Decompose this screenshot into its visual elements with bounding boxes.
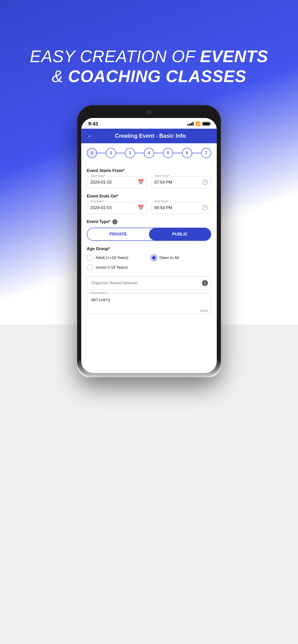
phone-frame: 9:41 📶 ← Creating Event (77, 105, 221, 377)
hero-title: EASY CREATION OF EVENTS & COACHING CLASS… (0, 46, 298, 86)
step-1[interactable]: 1 (87, 148, 97, 158)
calendar-icon-start: 📅 (138, 179, 144, 185)
toggle-private[interactable]: PRIVATE (87, 228, 149, 240)
start-time-field: Start Time* 🕐 (151, 176, 211, 188)
organiser-info-icon[interactable]: i (202, 280, 208, 286)
end-date-floating-label: End Date* (90, 200, 105, 203)
header-title: Creating Event - Basic Info (97, 132, 204, 139)
step-connector-3 (135, 153, 144, 153)
status-icons: 📶 (187, 121, 210, 126)
age-junior-label: Junior (<18 Years) (96, 265, 128, 270)
step-connector-6 (192, 153, 201, 153)
organiser-name-input[interactable] (87, 276, 211, 290)
step-7[interactable]: 7 (201, 148, 211, 158)
step-connector-5 (173, 153, 182, 153)
radio-adult[interactable] (87, 254, 93, 261)
step-2[interactable]: 2 (106, 148, 116, 158)
calendar-icon-end: 📅 (138, 205, 144, 211)
battery-icon (202, 122, 210, 126)
deliverables-input[interactable]: delivery (87, 294, 211, 314)
age-group-label: Age Group* (87, 246, 211, 251)
step-connector-4 (154, 153, 163, 153)
event-ends-label: Event Ends On* (87, 194, 211, 199)
event-type-info-icon[interactable]: i (112, 219, 117, 224)
age-group-options: Adult (>=18 Years) Open to All Junior (<… (87, 254, 211, 271)
age-open-label: Open to All (159, 256, 179, 260)
start-fields-row: Start Date* 📅 Start Time* 🕐 (87, 176, 211, 188)
start-time-floating-label: Start Time* (154, 174, 170, 178)
steps-container: 1 2 3 4 5 6 (81, 143, 217, 163)
age-option-junior[interactable]: Junior (<18 Years) (87, 264, 147, 271)
age-option-open[interactable]: Open to All (151, 254, 211, 261)
step-6[interactable]: 6 (182, 148, 192, 158)
radio-open[interactable] (151, 254, 157, 261)
hero-section: EASY CREATION OF EVENTS & COACHING CLASS… (0, 0, 298, 100)
event-starts-label: Event Starts From* (87, 168, 211, 173)
event-type-label: Event Type* (87, 219, 111, 224)
status-bar: 9:41 📶 (81, 118, 217, 129)
event-type-section: Event Type* i (87, 219, 211, 224)
step-connector-2 (116, 153, 125, 153)
end-time-field: End Time* 🕐 (151, 202, 211, 214)
phone-notch (126, 109, 172, 116)
organiser-name-wrapper: i (87, 276, 211, 290)
form-content: Event Starts From* Start Date* 📅 Start T… (81, 163, 217, 320)
age-adult-label: Adult (>=18 Years) (96, 256, 128, 260)
char-count: 8/300 (200, 309, 208, 312)
step-3[interactable]: 3 (125, 148, 135, 158)
radio-junior[interactable] (87, 264, 93, 271)
clock-icon-start: 🕐 (202, 179, 208, 185)
step-4[interactable]: 4 (144, 148, 154, 158)
app-header: ← Creating Event - Basic Info (81, 129, 217, 143)
end-date-field: End Date* 📅 (87, 202, 147, 214)
toggle-public[interactable]: PUBLIC (149, 228, 211, 240)
phone-mockup: 9:41 📶 ← Creating Event (0, 105, 298, 377)
event-type-toggle: PRIVATE PUBLIC (87, 228, 211, 241)
end-fields-row: End Date* 📅 End Time* 🕐 (87, 202, 211, 214)
back-button[interactable]: ← (87, 132, 93, 140)
start-date-field: Start Date* 📅 (87, 176, 147, 188)
wifi-icon: 📶 (195, 121, 200, 126)
clock-icon-end: 🕐 (202, 205, 208, 211)
deliverables-wrapper: Deliverables* delivery 8/300 (87, 294, 211, 315)
step-5[interactable]: 5 (163, 148, 173, 158)
start-date-floating-label: Start Date* (90, 174, 106, 178)
status-time: 9:41 (88, 121, 98, 127)
end-time-floating-label: End Time* (154, 200, 169, 203)
deliverables-floating-label: Deliverables* (90, 291, 109, 295)
signal-icon (187, 122, 194, 126)
phone-screen: 9:41 📶 ← Creating Event (81, 118, 217, 373)
bottom-fade (81, 359, 217, 373)
age-option-adult[interactable]: Adult (>=18 Years) (87, 254, 147, 261)
phone-camera (147, 110, 151, 114)
step-connector-1 (97, 153, 106, 153)
